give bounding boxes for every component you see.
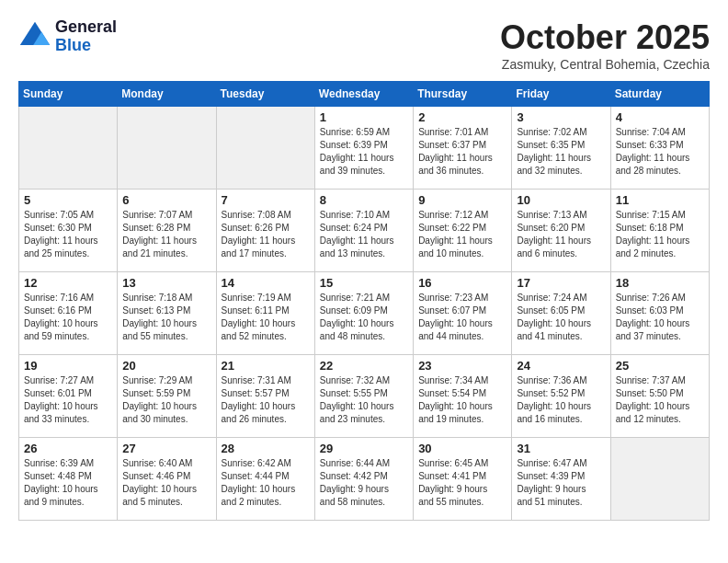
day-header-monday: Monday [118, 82, 216, 107]
cal-cell: 10Sunrise: 7:13 AM Sunset: 6:20 PM Dayli… [512, 190, 610, 272]
cell-info: Sunrise: 7:12 AM Sunset: 6:22 PM Dayligh… [418, 209, 506, 260]
day-number: 25 [616, 359, 704, 373]
logo: General Blue [18, 18, 117, 55]
cell-info: Sunrise: 7:23 AM Sunset: 6:07 PM Dayligh… [418, 292, 506, 343]
logo-text: General Blue [55, 18, 117, 55]
cal-cell: 5Sunrise: 7:05 AM Sunset: 6:30 PM Daylig… [19, 190, 118, 272]
cell-info: Sunrise: 7:05 AM Sunset: 6:30 PM Dayligh… [24, 209, 112, 260]
cal-cell: 27Sunrise: 6:40 AM Sunset: 4:46 PM Dayli… [118, 438, 216, 521]
day-number: 3 [517, 110, 605, 124]
cell-info: Sunrise: 7:04 AM Sunset: 6:33 PM Dayligh… [616, 126, 704, 178]
title-block: October 2025 Zasmuky, Central Bohemia, C… [500, 18, 710, 72]
day-number: 22 [320, 359, 408, 373]
cell-info: Sunrise: 7:08 AM Sunset: 6:26 PM Dayligh… [222, 209, 310, 260]
calendar-header: SundayMondayTuesdayWednesdayThursdayFrid… [19, 82, 710, 107]
cal-cell: 15Sunrise: 7:21 AM Sunset: 6:09 PM Dayli… [314, 272, 413, 355]
cell-info: Sunrise: 7:01 AM Sunset: 6:37 PM Dayligh… [418, 126, 506, 178]
cell-info: Sunrise: 6:44 AM Sunset: 4:42 PM Dayligh… [320, 457, 408, 509]
cell-info: Sunrise: 7:21 AM Sunset: 6:09 PM Dayligh… [320, 292, 408, 343]
cell-info: Sunrise: 7:37 AM Sunset: 5:50 PM Dayligh… [616, 374, 704, 426]
day-header-saturday: Saturday [610, 82, 709, 107]
week-row-2: 5Sunrise: 7:05 AM Sunset: 6:30 PM Daylig… [19, 190, 710, 272]
cell-info: Sunrise: 7:32 AM Sunset: 5:55 PM Dayligh… [320, 374, 408, 426]
cal-cell: 17Sunrise: 7:24 AM Sunset: 6:05 PM Dayli… [512, 272, 610, 355]
day-number: 30 [418, 442, 506, 455]
cal-cell: 26Sunrise: 6:39 AM Sunset: 4:48 PM Dayli… [19, 438, 118, 521]
cal-cell: 20Sunrise: 7:29 AM Sunset: 5:59 PM Dayli… [118, 355, 216, 438]
cell-info: Sunrise: 7:24 AM Sunset: 6:05 PM Dayligh… [517, 292, 605, 343]
day-header-friday: Friday [512, 82, 610, 107]
location-subtitle: Zasmuky, Central Bohemia, Czechia [500, 57, 710, 72]
day-header-sunday: Sunday [19, 82, 118, 107]
day-header-thursday: Thursday [414, 82, 512, 107]
cal-cell: 16Sunrise: 7:23 AM Sunset: 6:07 PM Dayli… [414, 272, 512, 355]
day-number: 6 [122, 193, 210, 207]
day-number: 13 [122, 276, 210, 290]
day-number: 14 [222, 276, 310, 290]
day-number: 17 [517, 276, 605, 290]
cell-info: Sunrise: 7:07 AM Sunset: 6:28 PM Dayligh… [122, 209, 210, 260]
day-number: 8 [320, 193, 408, 207]
day-number: 10 [517, 193, 605, 207]
day-number: 23 [418, 359, 506, 373]
cal-cell: 25Sunrise: 7:37 AM Sunset: 5:50 PM Dayli… [610, 355, 709, 438]
cal-cell [19, 107, 118, 190]
cell-info: Sunrise: 7:31 AM Sunset: 5:57 PM Dayligh… [222, 374, 310, 426]
cal-cell: 23Sunrise: 7:34 AM Sunset: 5:54 PM Dayli… [414, 355, 512, 438]
cal-cell: 21Sunrise: 7:31 AM Sunset: 5:57 PM Dayli… [216, 355, 314, 438]
cal-cell [610, 438, 709, 521]
day-number: 29 [320, 442, 408, 455]
cell-info: Sunrise: 6:39 AM Sunset: 4:48 PM Dayligh… [24, 457, 112, 509]
cal-cell: 12Sunrise: 7:16 AM Sunset: 6:16 PM Dayli… [19, 272, 118, 355]
cal-cell: 14Sunrise: 7:19 AM Sunset: 6:11 PM Dayli… [216, 272, 314, 355]
cell-info: Sunrise: 7:29 AM Sunset: 5:59 PM Dayligh… [122, 374, 210, 426]
cell-info: Sunrise: 7:15 AM Sunset: 6:18 PM Dayligh… [616, 209, 704, 260]
cal-cell: 28Sunrise: 6:42 AM Sunset: 4:44 PM Dayli… [216, 438, 314, 521]
cell-info: Sunrise: 7:18 AM Sunset: 6:13 PM Dayligh… [122, 292, 210, 343]
day-number: 24 [517, 359, 605, 373]
calendar-table: SundayMondayTuesdayWednesdayThursdayFrid… [18, 81, 710, 521]
cal-cell: 4Sunrise: 7:04 AM Sunset: 6:33 PM Daylig… [610, 107, 709, 190]
day-number: 1 [320, 110, 408, 124]
cal-cell: 9Sunrise: 7:12 AM Sunset: 6:22 PM Daylig… [414, 190, 512, 272]
cell-info: Sunrise: 7:36 AM Sunset: 5:52 PM Dayligh… [517, 374, 605, 426]
day-number: 27 [122, 442, 210, 455]
cal-cell: 29Sunrise: 6:44 AM Sunset: 4:42 PM Dayli… [314, 438, 413, 521]
week-row-5: 26Sunrise: 6:39 AM Sunset: 4:48 PM Dayli… [19, 438, 710, 521]
month-title: October 2025 [500, 18, 710, 57]
cal-cell: 8Sunrise: 7:10 AM Sunset: 6:24 PM Daylig… [314, 190, 413, 272]
cal-cell: 31Sunrise: 6:47 AM Sunset: 4:39 PM Dayli… [512, 438, 610, 521]
cal-cell: 22Sunrise: 7:32 AM Sunset: 5:55 PM Dayli… [314, 355, 413, 438]
week-row-1: 1Sunrise: 6:59 AM Sunset: 6:39 PM Daylig… [19, 107, 710, 190]
header-row: SundayMondayTuesdayWednesdayThursdayFrid… [19, 82, 710, 107]
cell-info: Sunrise: 7:26 AM Sunset: 6:03 PM Dayligh… [616, 292, 704, 343]
cal-cell: 11Sunrise: 7:15 AM Sunset: 6:18 PM Dayli… [610, 190, 709, 272]
day-number: 4 [616, 110, 704, 124]
cell-info: Sunrise: 6:42 AM Sunset: 4:44 PM Dayligh… [222, 457, 310, 509]
cell-info: Sunrise: 6:47 AM Sunset: 4:39 PM Dayligh… [517, 457, 605, 509]
day-number: 7 [222, 193, 310, 207]
cal-cell: 2Sunrise: 7:01 AM Sunset: 6:37 PM Daylig… [414, 107, 512, 190]
logo-line1: General [55, 18, 117, 37]
cell-info: Sunrise: 7:13 AM Sunset: 6:20 PM Dayligh… [517, 209, 605, 260]
day-header-tuesday: Tuesday [216, 82, 314, 107]
cal-cell: 3Sunrise: 7:02 AM Sunset: 6:35 PM Daylig… [512, 107, 610, 190]
day-number: 28 [222, 442, 310, 455]
day-header-wednesday: Wednesday [314, 82, 413, 107]
day-number: 5 [24, 193, 112, 207]
day-number: 31 [517, 442, 605, 455]
cell-info: Sunrise: 7:34 AM Sunset: 5:54 PM Dayligh… [418, 374, 506, 426]
cell-info: Sunrise: 7:02 AM Sunset: 6:35 PM Dayligh… [517, 126, 605, 178]
day-number: 18 [616, 276, 704, 290]
day-number: 15 [320, 276, 408, 290]
cal-cell [216, 107, 314, 190]
cell-info: Sunrise: 7:19 AM Sunset: 6:11 PM Dayligh… [222, 292, 310, 343]
day-number: 21 [222, 359, 310, 373]
cell-info: Sunrise: 7:27 AM Sunset: 6:01 PM Dayligh… [24, 374, 112, 426]
day-number: 19 [24, 359, 112, 373]
cal-cell [118, 107, 216, 190]
calendar-body: 1Sunrise: 6:59 AM Sunset: 6:39 PM Daylig… [19, 107, 710, 521]
cal-cell: 1Sunrise: 6:59 AM Sunset: 6:39 PM Daylig… [314, 107, 413, 190]
day-number: 16 [418, 276, 506, 290]
cal-cell: 7Sunrise: 7:08 AM Sunset: 6:26 PM Daylig… [216, 190, 314, 272]
